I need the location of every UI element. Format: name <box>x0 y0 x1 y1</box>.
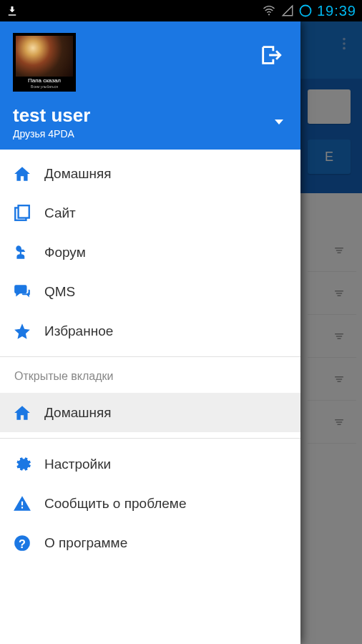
avatar-subcaption: Всем улыбаться <box>16 85 73 89</box>
download-icon <box>6 4 19 17</box>
drawer-menu: Домашняя Сайт Форум QMS <box>0 150 300 644</box>
home-icon <box>13 165 31 183</box>
drawer-header: Папа сказал Всем улыбаться test user Дру… <box>0 21 300 150</box>
menu-label: Домашняя <box>44 405 112 421</box>
signal-icon <box>281 4 294 17</box>
svg-point-1 <box>300 6 310 16</box>
user-name: test user <box>13 104 90 127</box>
open-tab-home[interactable]: Домашняя <box>0 393 300 432</box>
chevron-down-icon <box>275 119 283 125</box>
divider <box>0 438 300 439</box>
menu-label: О программе <box>44 535 127 551</box>
site-icon <box>13 204 31 223</box>
divider <box>0 356 300 357</box>
svg-point-0 <box>268 14 270 15</box>
menu-label: Форум <box>44 245 86 260</box>
menu-label: Сайт <box>44 205 76 221</box>
menu-label: Настройки <box>44 457 111 472</box>
menu-item-about[interactable]: ? О программе <box>0 523 300 562</box>
menu-label: Сообщить о проблеме <box>44 496 186 512</box>
menu-item-home[interactable]: Домашняя <box>0 154 300 193</box>
menu-item-forum[interactable]: Форум <box>0 233 300 272</box>
menu-item-settings[interactable]: Настройки <box>0 444 300 484</box>
menu-item-qms[interactable]: QMS <box>0 272 300 311</box>
star-icon <box>13 322 31 341</box>
wifi-icon <box>261 4 277 17</box>
clock: 19:39 <box>317 3 356 19</box>
forum-icon <box>13 243 31 262</box>
menu-item-site[interactable]: Сайт <box>0 193 300 233</box>
svg-rect-6 <box>19 205 29 218</box>
user-group: Друзья 4PDA <box>13 128 90 140</box>
menu-label: Домашняя <box>44 166 112 182</box>
avatar[interactable]: Папа сказал Всем улыбаться <box>13 33 76 92</box>
chat-icon <box>13 283 31 301</box>
help-icon: ? <box>13 534 31 552</box>
screen: E Папа сказал Всем улыбаться test user Д… <box>0 21 362 644</box>
menu-item-report[interactable]: Сообщить о проблеме <box>0 484 300 523</box>
account-toggle[interactable]: test user Друзья 4PDA <box>13 104 288 140</box>
svg-text:?: ? <box>19 537 26 550</box>
section-open-tabs: Открытые вкладки <box>0 363 300 393</box>
logout-icon[interactable] <box>259 43 283 70</box>
gear-icon <box>13 455 31 474</box>
menu-label: QMS <box>44 284 75 300</box>
warning-icon <box>13 494 31 513</box>
menu-item-favorites[interactable]: Избранное <box>0 311 300 351</box>
home-icon <box>13 404 31 422</box>
battery-icon <box>298 4 313 18</box>
status-bar: 19:39 <box>0 0 362 21</box>
nav-drawer: Папа сказал Всем улыбаться test user Дру… <box>0 21 300 644</box>
menu-label: Избранное <box>44 323 113 339</box>
